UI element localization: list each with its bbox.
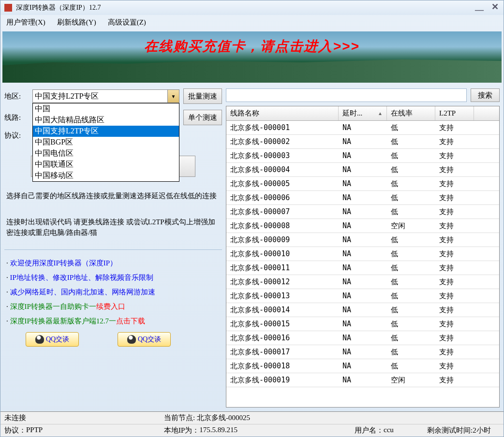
cell-delay: NA [339,136,387,147]
right-panel: 搜索 线路名称 延时...▲ 在线率 L2TP 北京多线-000001NA低支持… [226,88,500,408]
table-row[interactable]: 北京多线-000011NA低支持 [226,261,499,275]
cell-online: 空闲 [387,220,435,232]
cell-online: 低 [387,277,435,288]
region-dropdown: 中国中国大陆精品线路区中国支持L2TP专区中国BGP区中国电信区中国联通区中国移… [32,103,179,182]
cell-delay: NA [339,206,387,217]
cell-online: 低 [387,333,435,344]
cell-delay: NA [339,220,387,231]
table-row[interactable]: 北京多线-000014NA低支持 [226,303,499,317]
table-row[interactable]: 北京多线-000010NA低支持 [226,247,499,261]
status-time: 剩余测试时间:2小时 [427,426,500,435]
table-row[interactable]: 北京多线-000019NA空闲支持 [226,373,499,387]
table-row[interactable]: 北京多线-000017NA低支持 [226,345,499,359]
col-online[interactable]: 在线率 [387,106,435,120]
link-download[interactable]: 深度IP转换器最新版客户端12.7一点击下载 [6,314,220,328]
menu-refresh[interactable]: 刷新线路(Y) [57,18,96,27]
link-speed[interactable]: 减少网络延时、国内南北加速、网络网游加速 [6,285,220,299]
chevron-down-icon[interactable] [167,90,179,102]
links-box: 欢迎使用深度IP转换器（深度IP） IP地址转换、修改IP地址、解除视频音乐限制… [4,249,222,356]
menu-settings[interactable]: 高级设置(Z) [108,18,146,27]
cell-l2tp: 支持 [435,361,474,372]
link-welcome[interactable]: 欢迎使用深度IP转换器（深度IP） [6,256,220,270]
qq-row: QQ交谈 QQ交谈 [6,328,220,350]
table-row[interactable]: 北京多线-000015NA低支持 [226,317,499,331]
minimize-button[interactable]: __ [474,4,484,12]
batch-test-button[interactable]: 批量测速 [183,88,222,104]
search-button[interactable]: 搜索 [471,88,500,102]
cell-l2tp: 支持 [435,220,474,232]
banner[interactable]: 在线购买充值卡，请点击进入>>> [2,31,502,83]
single-test-button[interactable]: 单个测速 [183,110,222,125]
window-title: 深度IP转换器（深度IP）12.7 [16,3,474,12]
table-row[interactable]: 北京多线-000005NA低支持 [226,177,499,191]
region-option[interactable]: 中国 [33,103,179,115]
table-row[interactable]: 北京多线-000016NA低支持 [226,331,499,345]
cell-name: 北京多线-000005 [226,178,339,189]
status-connection: 未连接 [4,413,164,422]
region-option[interactable]: 中国移动区 [33,170,179,181]
region-option[interactable]: 中国大陆精品线路区 [33,115,179,126]
table-row[interactable]: 北京多线-000012NA低支持 [226,275,499,289]
cell-online: 低 [387,347,435,358]
table-row[interactable]: 北京多线-000001NA低支持 [226,121,499,135]
cell-name: 北京多线-000008 [226,220,339,232]
cell-delay: NA [339,361,387,371]
col-delay[interactable]: 延时...▲ [339,106,387,120]
cell-online: 低 [387,234,435,246]
qq-chat-button-1[interactable]: QQ交谈 [26,332,79,347]
cell-delay: NA [339,122,387,133]
cell-l2tp: 支持 [435,234,474,246]
cell-l2tp: 支持 [435,164,474,175]
table-row[interactable]: 北京多线-000002NA低支持 [226,135,499,149]
help-text-1: 选择自己需要的地区线路连接或批量测速选择延迟低在线低的连接 [4,189,222,203]
cell-online: 低 [387,192,435,204]
cell-online: 低 [387,305,435,316]
col-l2tp[interactable]: L2TP [435,106,474,120]
table-row[interactable]: 北京多线-000006NA低支持 [226,191,499,205]
cell-delay: NA [339,291,387,301]
cell-delay: NA [339,178,387,189]
sort-asc-icon: ▲ [378,111,383,116]
table-row[interactable]: 北京多线-000008NA空闲支持 [226,219,499,233]
link-ip[interactable]: IP地址转换、修改IP地址、解除视频音乐限制 [6,270,220,285]
menu-user[interactable]: 用户管理(X) [6,18,45,27]
col-name[interactable]: 线路名称 [226,106,339,120]
cell-online: 低 [387,178,435,189]
link-renew[interactable]: 深度IP转换器一自助购卡一续费入口 [6,299,220,314]
table-row[interactable]: 北京多线-000003NA低支持 [226,149,499,163]
cell-online: 低 [387,262,435,274]
region-option[interactable]: 中国联通区 [33,159,179,170]
table-body[interactable]: 北京多线-000001NA低支持北京多线-000002NA低支持北京多线-000… [226,121,499,407]
cell-online: 低 [387,319,435,330]
qq-chat-button-2[interactable]: QQ交谈 [118,332,171,347]
region-row: 地区: 中国支持L2TP专区 中国中国大陆精品线路区中国支持L2TP专区中国BG… [4,88,222,104]
menubar: 用户管理(X) 刷新线路(Y) 高级设置(Z) [0,15,504,29]
cell-online: 低 [387,248,435,260]
cell-name: 北京多线-000014 [226,305,339,316]
cell-name: 北京多线-000011 [226,262,339,274]
search-input[interactable] [226,88,467,102]
cell-l2tp: 支持 [435,319,474,330]
table-row[interactable]: 北京多线-000009NA低支持 [226,233,499,247]
cell-name: 北京多线-000010 [226,248,339,260]
region-combo[interactable]: 中国支持L2TP专区 中国中国大陆精品线路区中国支持L2TP专区中国BGP区中国… [32,89,179,103]
cell-name: 北京多线-000019 [226,375,339,386]
table-row[interactable]: 北京多线-000013NA低支持 [226,289,499,303]
cell-name: 北京多线-000018 [226,361,339,372]
table-row[interactable]: 北京多线-000018NA低支持 [226,359,499,373]
region-option[interactable]: 中国BGP区 [33,137,179,148]
cell-delay: NA [339,305,387,315]
cell-name: 北京多线-000017 [226,347,339,358]
table-row[interactable]: 北京多线-000004NA低支持 [226,163,499,177]
status-ip: 本地IP为：175.5.89.215 [164,426,355,435]
close-button[interactable]: ✕ [490,4,500,12]
cell-name: 北京多线-000007 [226,206,339,218]
region-option[interactable]: 中国支持L2TP专区 [33,126,179,137]
app-icon [4,4,12,12]
table-row[interactable]: 北京多线-000007NA低支持 [226,205,499,219]
left-panel: 地区: 中国支持L2TP专区 中国中国大陆精品线路区中国支持L2TP专区中国BG… [4,88,222,408]
region-option[interactable]: 中国电信区 [33,148,179,159]
cell-delay: NA [339,262,387,273]
region-value: 中国支持L2TP专区 [35,91,99,102]
cell-name: 北京多线-000001 [226,122,339,133]
